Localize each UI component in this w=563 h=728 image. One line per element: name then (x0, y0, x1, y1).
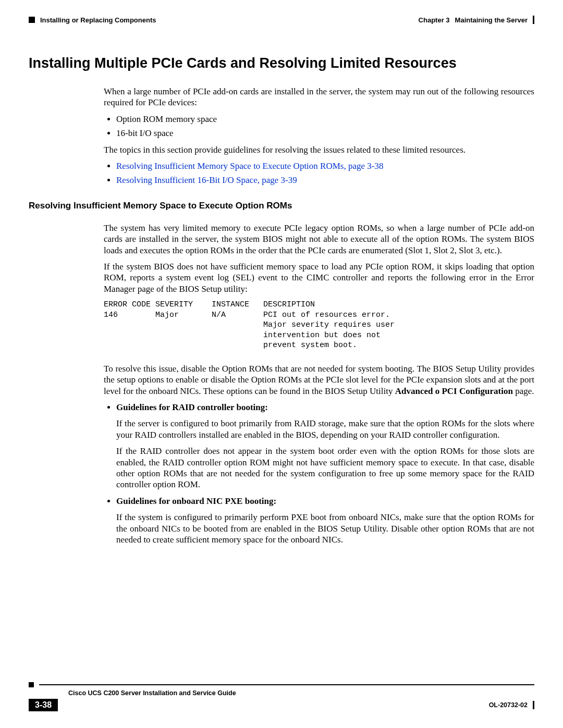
list-item: Option ROM memory space (116, 114, 534, 125)
header-chapter-number: Chapter 3 (419, 16, 450, 24)
section-heading: Resolving Insufficient Memory Space to E… (29, 201, 534, 211)
header-bar-icon (533, 16, 534, 24)
xref-link-io-space[interactable]: Resolving Insufficient 16-Bit I/O Space,… (116, 175, 297, 185)
footer-rule (39, 684, 534, 685)
document-id: OL-20732-02 (489, 701, 528, 709)
guideline-heading-pxe: Guidelines for onboard NIC PXE booting: (116, 496, 276, 506)
header-section-label: Installing or Replacing Components (40, 16, 156, 24)
page-number-badge: 3-38 (29, 699, 58, 711)
guideline-paragraph: If the server is configured to boot prim… (116, 418, 534, 440)
guideline-paragraph: If the system is configured to primarily… (116, 512, 534, 545)
running-header: Installing or Replacing Components Chapt… (29, 16, 534, 24)
footer-square-icon (29, 682, 34, 687)
header-chapter-title: Maintaining the Server (455, 16, 528, 24)
guide-title: Cisco UCS C200 Server Installation and S… (68, 689, 534, 697)
list-item: 16-bit I/O space (116, 128, 534, 139)
error-output-block: ERROR CODE SEVERITY INSTANCE DESCRIPTION… (104, 300, 534, 351)
footer-bar-icon (533, 701, 534, 709)
section-paragraph: If the system BIOS does not have suffici… (104, 261, 534, 294)
intro-paragraph-2: The topics in this section provide guide… (104, 144, 534, 155)
guideline-paragraph: If the RAID controller does not appear i… (116, 446, 534, 490)
xref-link-option-roms[interactable]: Resolving Insufficient Memory Space to E… (116, 161, 383, 171)
page-title: Installing Multiple PCIe Cards and Resol… (29, 55, 534, 71)
guideline-heading-raid: Guidelines for RAID controller booting: (116, 402, 268, 412)
page-footer: Cisco UCS C200 Server Installation and S… (29, 682, 534, 711)
intro-paragraph: When a large number of PCIe add-on cards… (104, 86, 534, 108)
section-paragraph: The system has very limited memory to ex… (104, 223, 534, 256)
resolution-paragraph: To resolve this issue, disable the Optio… (104, 363, 534, 397)
header-square-icon (29, 17, 35, 23)
